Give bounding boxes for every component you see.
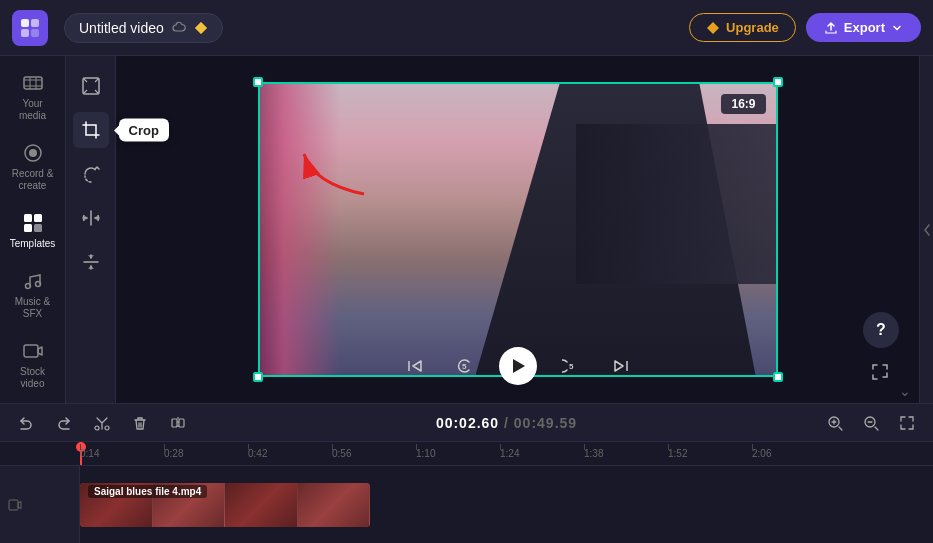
play-button[interactable] — [499, 347, 537, 385]
sidebar-label-templates: Templates — [10, 238, 56, 250]
tool-flip-h-button[interactable] — [73, 200, 109, 236]
clip-thumb-3 — [225, 483, 298, 527]
time-separator: / — [504, 415, 514, 431]
tool-resize-button[interactable] — [73, 68, 109, 104]
timeline-track: Saigal blues file 4.mp4 — [0, 466, 933, 543]
crop-handle-tl[interactable] — [253, 77, 263, 87]
ruler-mark-2: 0:42 — [248, 448, 332, 459]
svg-rect-15 — [24, 345, 38, 357]
track-label — [0, 466, 80, 543]
undo-button[interactable] — [12, 409, 40, 437]
svg-marker-22 — [88, 265, 94, 269]
record-icon — [22, 142, 44, 164]
skip-forward-button[interactable] — [605, 350, 637, 382]
timeline-toolbar: 00:02.60 / 00:49.59 — [0, 404, 933, 442]
svg-marker-5 — [707, 22, 719, 34]
ruler-mark-3: 0:56 — [332, 448, 416, 459]
bottom-section: 00:02.60 / 00:49.59 — [0, 403, 933, 543]
svg-rect-29 — [172, 419, 177, 427]
film-icon — [22, 72, 44, 94]
time-current: 00:02.60 — [436, 415, 499, 431]
cut-button[interactable] — [88, 409, 116, 437]
timeline-ruler: 0:14 0:28 0:42 0:56 1:10 1:24 1:38 1:52 … — [0, 442, 933, 466]
svg-rect-10 — [34, 214, 42, 222]
video-content — [260, 84, 776, 375]
sidebar-item-templates[interactable]: Templates — [4, 204, 62, 258]
delete-button[interactable] — [126, 409, 154, 437]
ruler-marks: 0:14 0:28 0:42 0:56 1:10 1:24 1:38 1:52 … — [80, 448, 836, 459]
right-panel-collapse[interactable] — [919, 56, 933, 403]
clip-thumb-4 — [298, 483, 371, 527]
pro-diamond-icon — [194, 21, 208, 35]
upgrade-diamond-icon — [706, 21, 720, 35]
sidebar-label-your-media: Your media — [8, 98, 58, 122]
ruler-mark-5: 1:24 — [500, 448, 584, 459]
svg-point-13 — [25, 284, 30, 289]
bottom-collapse-arrow[interactable]: ⌄ — [899, 383, 911, 399]
track-video-icon — [8, 498, 22, 512]
ruler-mark-4: 1:10 — [416, 448, 500, 459]
rewind-button[interactable]: 5 — [449, 350, 481, 382]
sidebar-item-music-sfx[interactable]: Music & SFX — [4, 262, 62, 328]
svg-marker-19 — [84, 215, 88, 221]
svg-rect-1 — [31, 19, 39, 27]
skip-back-button[interactable] — [399, 350, 431, 382]
clip-label: Saigal blues file 4.mp4 — [88, 485, 207, 498]
tool-crop-button[interactable]: Crop — [73, 112, 109, 148]
split-button[interactable] — [164, 409, 192, 437]
timeline-right-controls — [821, 409, 921, 437]
ruler-mark-6: 1:38 — [584, 448, 668, 459]
svg-rect-2 — [21, 29, 29, 37]
svg-point-14 — [35, 282, 40, 287]
expand-button[interactable] — [871, 363, 889, 385]
templates-icon — [22, 212, 44, 234]
video-title: Untitled video — [79, 20, 164, 36]
svg-point-27 — [95, 426, 99, 430]
playback-controls: 5 5 — [399, 347, 637, 385]
svg-rect-12 — [34, 224, 42, 232]
video-area: 16:9 5 5 — [116, 56, 919, 403]
svg-marker-25 — [513, 359, 525, 373]
zoom-in-button[interactable] — [821, 409, 849, 437]
curtain-decoration — [260, 84, 340, 375]
redo-button[interactable] — [50, 409, 78, 437]
fullscreen-timeline-button[interactable] — [893, 409, 921, 437]
topbar: Untitled video Upgrade Export — [0, 0, 933, 56]
app-logo — [12, 10, 48, 46]
topbar-left: Untitled video — [12, 10, 223, 46]
svg-rect-6 — [24, 77, 42, 89]
crop-handle-tr[interactable] — [773, 77, 783, 87]
video-frame — [258, 82, 778, 377]
main-area: Your media Record &create Te — [0, 56, 933, 403]
sidebar-item-record-create[interactable]: Record &create — [4, 134, 62, 200]
guitar-area — [576, 124, 776, 284]
tool-rotate-button[interactable] — [73, 156, 109, 192]
export-button[interactable]: Export — [806, 13, 921, 42]
crop-handle-bl[interactable] — [253, 372, 263, 382]
ruler-mark-8: 2:06 — [752, 448, 836, 459]
upgrade-button[interactable]: Upgrade — [689, 13, 796, 42]
tool-flip-v-button[interactable] — [73, 244, 109, 280]
sidebar-label-record-create: Record &create — [12, 168, 54, 192]
svg-rect-33 — [9, 500, 18, 510]
video-title-pill[interactable]: Untitled video — [64, 13, 223, 43]
export-label: Export — [844, 20, 885, 35]
time-display: 00:02.60 / 00:49.59 — [436, 415, 577, 431]
sidebar-item-stock-video[interactable]: Stock video — [4, 332, 62, 398]
help-button[interactable]: ? — [863, 312, 899, 348]
chevron-down-icon — [891, 22, 903, 34]
ruler-mark-7: 1:52 — [668, 448, 752, 459]
svg-marker-21 — [88, 255, 94, 259]
zoom-out-button[interactable] — [857, 409, 885, 437]
topbar-right: Upgrade Export — [689, 13, 921, 42]
forward-button[interactable]: 5 — [555, 350, 587, 382]
ruler-mark-0: 0:14 — [80, 448, 164, 459]
export-upload-icon — [824, 21, 838, 35]
tools-panel: Crop — [66, 56, 116, 403]
sidebar-item-your-media[interactable]: Your media — [4, 64, 62, 130]
svg-rect-3 — [31, 29, 39, 37]
svg-text:5: 5 — [462, 362, 467, 371]
track-clip[interactable]: Saigal blues file 4.mp4 — [80, 483, 370, 527]
crop-handle-br[interactable] — [773, 372, 783, 382]
svg-point-7 — [29, 149, 37, 157]
